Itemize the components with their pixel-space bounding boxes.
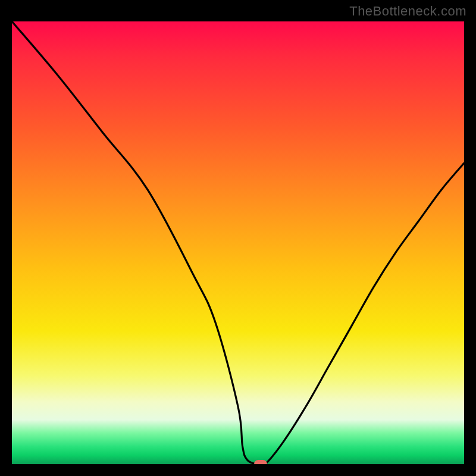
watermark-text: TheBottleneck.com: [349, 4, 466, 19]
optimal-point-marker: [254, 460, 267, 464]
chart-frame: TheBottleneck.com: [0, 0, 476, 476]
bottleneck-curve: [12, 21, 464, 464]
plot-area: [12, 21, 464, 464]
